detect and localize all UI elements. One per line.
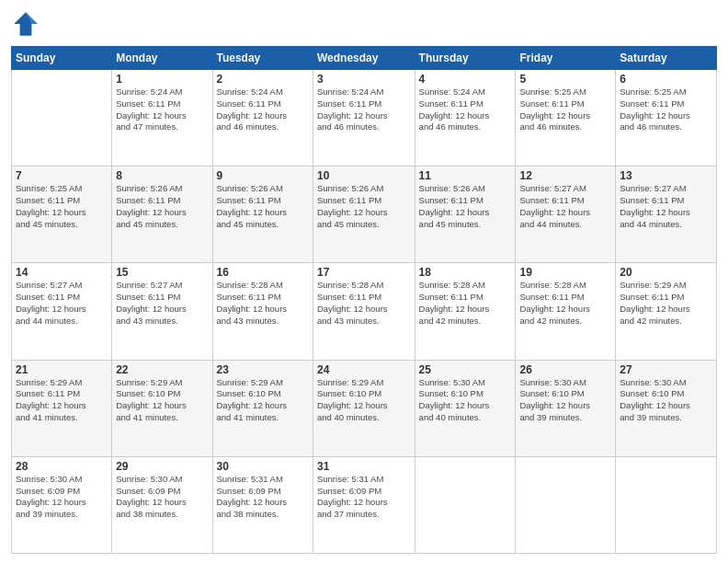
page: SundayMondayTuesdayWednesdayThursdayFrid… [0, 0, 728, 563]
day-number: 6 [620, 73, 712, 86]
day-number: 9 [217, 169, 309, 182]
day-number: 11 [419, 169, 512, 182]
day-cell: 18Sunrise: 5:28 AM Sunset: 6:11 PM Dayli… [415, 263, 516, 360]
day-cell: 30Sunrise: 5:31 AM Sunset: 6:09 PM Dayli… [212, 456, 313, 553]
day-number: 22 [116, 363, 208, 376]
day-number: 13 [620, 169, 712, 182]
day-info: Sunrise: 5:27 AM Sunset: 6:11 PM Dayligh… [519, 183, 611, 230]
day-number: 24 [317, 363, 411, 376]
day-number: 26 [519, 363, 611, 376]
day-cell: 27Sunrise: 5:30 AM Sunset: 6:10 PM Dayli… [616, 360, 717, 456]
week-row-5: 28Sunrise: 5:30 AM Sunset: 6:09 PM Dayli… [12, 456, 717, 553]
day-info: Sunrise: 5:26 AM Sunset: 6:11 PM Dayligh… [116, 183, 208, 230]
logo [11, 9, 44, 39]
day-info: Sunrise: 5:29 AM Sunset: 6:11 PM Dayligh… [16, 377, 108, 424]
day-cell: 16Sunrise: 5:28 AM Sunset: 6:11 PM Dayli… [212, 263, 313, 360]
day-info: Sunrise: 5:24 AM Sunset: 6:11 PM Dayligh… [217, 86, 309, 133]
day-info: Sunrise: 5:25 AM Sunset: 6:11 PM Dayligh… [16, 183, 108, 230]
day-info: Sunrise: 5:27 AM Sunset: 6:11 PM Dayligh… [16, 280, 108, 327]
day-number: 23 [217, 363, 309, 376]
day-cell: 4Sunrise: 5:24 AM Sunset: 6:11 PM Daylig… [415, 70, 516, 167]
day-number: 5 [519, 73, 611, 86]
day-cell: 25Sunrise: 5:30 AM Sunset: 6:10 PM Dayli… [415, 360, 516, 456]
day-number: 30 [217, 460, 309, 473]
day-cell: 24Sunrise: 5:29 AM Sunset: 6:10 PM Dayli… [313, 360, 415, 456]
day-number: 27 [620, 363, 712, 376]
day-info: Sunrise: 5:28 AM Sunset: 6:11 PM Dayligh… [519, 280, 611, 327]
day-cell: 6Sunrise: 5:25 AM Sunset: 6:11 PM Daylig… [616, 70, 717, 167]
day-cell: 5Sunrise: 5:25 AM Sunset: 6:11 PM Daylig… [516, 70, 616, 167]
day-info: Sunrise: 5:30 AM Sunset: 6:10 PM Dayligh… [519, 377, 611, 424]
day-number: 3 [317, 73, 411, 86]
day-info: Sunrise: 5:26 AM Sunset: 6:11 PM Dayligh… [217, 183, 309, 230]
day-cell: 7Sunrise: 5:25 AM Sunset: 6:11 PM Daylig… [12, 167, 112, 263]
day-cell: 15Sunrise: 5:27 AM Sunset: 6:11 PM Dayli… [112, 263, 212, 360]
day-cell: 17Sunrise: 5:28 AM Sunset: 6:11 PM Dayli… [313, 263, 415, 360]
day-cell: 28Sunrise: 5:30 AM Sunset: 6:09 PM Dayli… [12, 456, 112, 553]
day-number: 8 [116, 169, 208, 182]
week-row-2: 7Sunrise: 5:25 AM Sunset: 6:11 PM Daylig… [12, 167, 717, 263]
day-info: Sunrise: 5:28 AM Sunset: 6:11 PM Dayligh… [419, 280, 512, 327]
day-info: Sunrise: 5:27 AM Sunset: 6:11 PM Dayligh… [116, 280, 208, 327]
day-info: Sunrise: 5:29 AM Sunset: 6:11 PM Dayligh… [620, 280, 712, 327]
day-cell: 26Sunrise: 5:30 AM Sunset: 6:10 PM Dayli… [516, 360, 616, 456]
day-cell: 19Sunrise: 5:28 AM Sunset: 6:11 PM Dayli… [516, 263, 616, 360]
calendar-table: SundayMondayTuesdayWednesdayThursdayFrid… [11, 46, 717, 554]
day-cell: 3Sunrise: 5:24 AM Sunset: 6:11 PM Daylig… [313, 70, 415, 167]
day-number: 31 [317, 460, 411, 473]
day-info: Sunrise: 5:31 AM Sunset: 6:09 PM Dayligh… [217, 474, 309, 521]
day-info: Sunrise: 5:28 AM Sunset: 6:11 PM Dayligh… [217, 280, 309, 327]
logo-icon [11, 9, 40, 39]
day-info: Sunrise: 5:27 AM Sunset: 6:11 PM Dayligh… [620, 183, 712, 230]
day-number: 7 [16, 169, 108, 182]
day-number: 10 [317, 169, 411, 182]
day-info: Sunrise: 5:31 AM Sunset: 6:09 PM Dayligh… [317, 474, 411, 521]
weekday-header-friday: Friday [516, 47, 616, 70]
header-row: SundayMondayTuesdayWednesdayThursdayFrid… [12, 47, 717, 70]
day-cell: 2Sunrise: 5:24 AM Sunset: 6:11 PM Daylig… [212, 70, 313, 167]
week-row-3: 14Sunrise: 5:27 AM Sunset: 6:11 PM Dayli… [12, 263, 717, 360]
day-cell: 20Sunrise: 5:29 AM Sunset: 6:11 PM Dayli… [616, 263, 717, 360]
day-number: 28 [16, 460, 108, 473]
day-cell: 21Sunrise: 5:29 AM Sunset: 6:11 PM Dayli… [12, 360, 112, 456]
day-cell: 10Sunrise: 5:26 AM Sunset: 6:11 PM Dayli… [313, 167, 415, 263]
day-number: 18 [419, 266, 512, 279]
day-cell: 12Sunrise: 5:27 AM Sunset: 6:11 PM Dayli… [516, 167, 616, 263]
day-number: 4 [419, 73, 512, 86]
day-info: Sunrise: 5:25 AM Sunset: 6:11 PM Dayligh… [620, 86, 712, 133]
day-cell [616, 456, 717, 553]
day-number: 1 [116, 73, 208, 86]
week-row-4: 21Sunrise: 5:29 AM Sunset: 6:11 PM Dayli… [12, 360, 717, 456]
day-cell: 23Sunrise: 5:29 AM Sunset: 6:10 PM Dayli… [212, 360, 313, 456]
day-info: Sunrise: 5:26 AM Sunset: 6:11 PM Dayligh… [419, 183, 512, 230]
day-number: 17 [317, 266, 411, 279]
day-cell: 13Sunrise: 5:27 AM Sunset: 6:11 PM Dayli… [616, 167, 717, 263]
header [11, 9, 717, 39]
day-info: Sunrise: 5:24 AM Sunset: 6:11 PM Dayligh… [419, 86, 512, 133]
day-info: Sunrise: 5:30 AM Sunset: 6:10 PM Dayligh… [419, 377, 512, 424]
day-info: Sunrise: 5:24 AM Sunset: 6:11 PM Dayligh… [116, 86, 208, 133]
day-info: Sunrise: 5:29 AM Sunset: 6:10 PM Dayligh… [116, 377, 208, 424]
day-cell: 9Sunrise: 5:26 AM Sunset: 6:11 PM Daylig… [212, 167, 313, 263]
day-number: 21 [16, 363, 108, 376]
day-info: Sunrise: 5:30 AM Sunset: 6:10 PM Dayligh… [620, 377, 712, 424]
day-cell: 31Sunrise: 5:31 AM Sunset: 6:09 PM Dayli… [313, 456, 415, 553]
day-number: 14 [16, 266, 108, 279]
day-info: Sunrise: 5:29 AM Sunset: 6:10 PM Dayligh… [317, 377, 411, 424]
day-number: 25 [419, 363, 512, 376]
day-number: 16 [217, 266, 309, 279]
day-cell: 14Sunrise: 5:27 AM Sunset: 6:11 PM Dayli… [12, 263, 112, 360]
weekday-header-thursday: Thursday [415, 47, 516, 70]
day-cell [415, 456, 516, 553]
day-number: 20 [620, 266, 712, 279]
weekday-header-sunday: Sunday [12, 47, 112, 70]
day-cell: 29Sunrise: 5:30 AM Sunset: 6:09 PM Dayli… [112, 456, 212, 553]
day-number: 29 [116, 460, 208, 473]
day-cell: 8Sunrise: 5:26 AM Sunset: 6:11 PM Daylig… [112, 167, 212, 263]
day-number: 12 [519, 169, 611, 182]
day-cell: 11Sunrise: 5:26 AM Sunset: 6:11 PM Dayli… [415, 167, 516, 263]
day-info: Sunrise: 5:26 AM Sunset: 6:11 PM Dayligh… [317, 183, 411, 230]
day-info: Sunrise: 5:30 AM Sunset: 6:09 PM Dayligh… [16, 474, 108, 521]
day-info: Sunrise: 5:28 AM Sunset: 6:11 PM Dayligh… [317, 280, 411, 327]
day-cell: 1Sunrise: 5:24 AM Sunset: 6:11 PM Daylig… [112, 70, 212, 167]
